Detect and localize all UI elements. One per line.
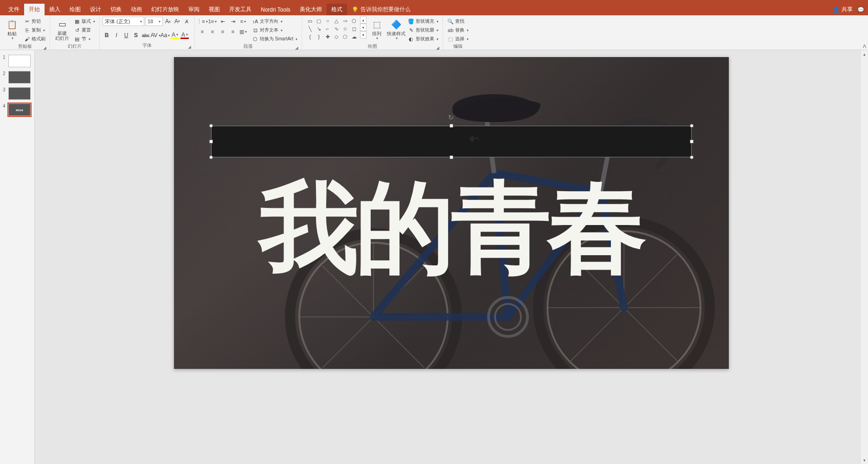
italic-button[interactable]: I (112, 31, 121, 39)
shape-cloud-icon[interactable]: ☁ (350, 33, 358, 40)
columns-button[interactable]: ▥▾ (238, 27, 248, 36)
align-center-button[interactable]: ≡ (208, 27, 217, 36)
change-case-button[interactable]: Aa▾ (161, 31, 169, 39)
shape-pentagon-icon[interactable]: ⬠ (341, 33, 349, 40)
slide-thumb-2[interactable] (8, 71, 31, 84)
section-button[interactable]: ▤节▾ (72, 35, 96, 43)
slide-title-text[interactable]: 我的青春 (259, 162, 643, 296)
shape-fill-button[interactable]: 🪣形状填充▾ (406, 17, 440, 26)
shape-effects-button[interactable]: ◐形状效果▾ (406, 35, 440, 43)
quick-styles-button[interactable]: 🔷 快速样式 ▾ (387, 16, 405, 43)
handle-tl[interactable] (209, 124, 213, 128)
shape-hex-icon[interactable]: ⬡ (350, 17, 358, 25)
tab-view[interactable]: 视图 (204, 4, 225, 15)
font-color-button[interactable]: A▾ (180, 32, 189, 39)
shape-circle-icon[interactable]: ○ (323, 17, 332, 25)
layout-button[interactable]: ▦版式▾ (72, 17, 96, 26)
handle-br[interactable] (690, 155, 694, 159)
shape-line-icon[interactable]: ╲ (306, 25, 314, 32)
bold-button[interactable]: B (103, 31, 111, 39)
handle-tr[interactable] (690, 124, 694, 128)
shape-arrow-icon[interactable]: ⇨ (341, 17, 349, 25)
tab-slideshow[interactable]: 幻灯片放映 (147, 4, 184, 15)
font-name-combo[interactable]: 宋体 (正文)▾ (103, 17, 144, 26)
scroll-up-button[interactable]: ▴ (861, 50, 868, 58)
copy-button[interactable]: ⎘复制▾ (22, 26, 47, 34)
align-text-button[interactable]: ⊡对齐文本▾ (251, 26, 299, 34)
shapes-expand[interactable]: ▾ (360, 31, 366, 39)
font-size-combo[interactable]: 18▾ (145, 17, 163, 26)
shape-plus-icon[interactable]: ✚ (323, 33, 332, 40)
new-slide-button[interactable]: ▭ 新建 幻灯片 (53, 16, 71, 43)
slide-thumb-4[interactable]: 我的青春 (8, 103, 31, 116)
decrease-indent-button[interactable]: ⇤ (218, 17, 227, 26)
strikethrough-button[interactable]: abc (141, 31, 150, 39)
rotate-handle[interactable] (448, 113, 455, 120)
bullets-button[interactable]: ⋮≡▾ (198, 17, 207, 26)
shapes-scroll-up[interactable]: ▴ (360, 16, 366, 24)
editor-scrollbar[interactable]: ▴ ▾ (860, 50, 868, 464)
shapes-scroll-down[interactable]: ▾ (360, 24, 366, 31)
shape-arrow2-icon[interactable]: ↘ (315, 25, 323, 32)
scroll-track[interactable] (861, 58, 868, 456)
shape-brace2-icon[interactable]: } (315, 33, 323, 40)
shape-brace1-icon[interactable]: { (306, 33, 314, 40)
tell-me-search[interactable]: 💡 告诉我你想要做什么 (352, 6, 411, 13)
font-launcher[interactable]: ◢ (187, 45, 192, 49)
shape-star-icon[interactable]: ☆ (341, 25, 349, 32)
selected-shape-rectangle[interactable]: ✥↖ (211, 126, 692, 157)
tab-home[interactable]: 开始 (24, 4, 45, 15)
handle-bl[interactable] (209, 155, 213, 159)
scroll-down-button[interactable]: ▾ (861, 456, 868, 464)
tab-beautify[interactable]: 美化大师 (295, 4, 327, 15)
shadow-button[interactable]: S (132, 31, 140, 39)
align-right-button[interactable]: ≡ (218, 27, 227, 36)
tab-insert[interactable]: 插入 (45, 4, 65, 15)
shape-outline-button[interactable]: ✎形状轮廓▾ (406, 26, 440, 34)
convert-smartart-button[interactable]: ⬡转换为 SmartArt▾ (251, 35, 299, 43)
tab-transitions[interactable]: 切换 (106, 4, 126, 15)
tab-animations[interactable]: 动画 (126, 4, 147, 15)
tab-design[interactable]: 设计 (85, 4, 106, 15)
char-spacing-button[interactable]: AV▾ (151, 31, 160, 39)
clipboard-launcher[interactable]: ◢ (42, 45, 47, 50)
justify-button[interactable]: ≡ (228, 27, 238, 36)
paste-button[interactable]: 📋 粘贴 ▾ (3, 16, 21, 43)
reset-button[interactable]: ↺重置 (72, 26, 96, 34)
shape-curve-icon[interactable]: ∿ (332, 25, 341, 32)
share-button[interactable]: 👤 共享 (833, 6, 853, 13)
shrink-font-button[interactable]: A▾ (173, 17, 181, 26)
arrange-button[interactable]: ⬚ 排列 ▾ (367, 16, 386, 43)
increase-indent-button[interactable]: ⇥ (228, 17, 238, 26)
cut-button[interactable]: ✂剪切 (22, 17, 47, 26)
handle-tm[interactable] (450, 124, 453, 128)
slide-thumbnail-panel[interactable]: 1 2 3 4 我的青春 (0, 50, 35, 464)
shape-rect2-icon[interactable]: ▢ (315, 17, 323, 25)
handle-bm[interactable] (450, 155, 453, 159)
highlight-button[interactable]: A▾ (171, 32, 179, 39)
shape-diamond-icon[interactable]: ◇ (332, 33, 341, 40)
line-spacing-button[interactable]: ≡▾ (238, 17, 248, 26)
shape-triangle-icon[interactable]: △ (332, 17, 341, 25)
clear-formatting-button[interactable]: A̸ (182, 17, 191, 26)
tab-developer[interactable]: 开发工具 (225, 4, 256, 15)
tab-file[interactable]: 文件 (4, 4, 24, 15)
paragraph-launcher[interactable]: ◢ (294, 45, 299, 50)
handle-mr[interactable] (690, 140, 694, 143)
tab-nordri[interactable]: Nordri Tools (256, 5, 295, 15)
format-painter-button[interactable]: 🖌格式刷 (22, 35, 47, 43)
comments-icon[interactable]: 💬 (857, 6, 864, 13)
slide-editor[interactable]: 我的青春 ✥↖ ▴ ▾ (35, 50, 868, 464)
grow-font-button[interactable]: A▴ (164, 17, 172, 26)
select-button[interactable]: ⬚选择▾ (446, 35, 470, 43)
numbering-button[interactable]: 1≡▾ (208, 17, 217, 26)
handle-ml[interactable] (209, 140, 213, 143)
tab-review[interactable]: 审阅 (184, 4, 204, 15)
slide-thumb-1[interactable] (8, 55, 31, 67)
text-direction-button[interactable]: ↕A文字方向▾ (251, 17, 299, 26)
align-left-button[interactable]: ≡ (198, 27, 207, 36)
slide-canvas[interactable]: 我的青春 ✥↖ (174, 57, 729, 369)
tab-draw[interactable]: 绘图 (65, 4, 85, 15)
shape-elbow-icon[interactable]: ⌐ (323, 25, 332, 32)
collapse-ribbon-button[interactable]: ᐱ (863, 44, 866, 49)
